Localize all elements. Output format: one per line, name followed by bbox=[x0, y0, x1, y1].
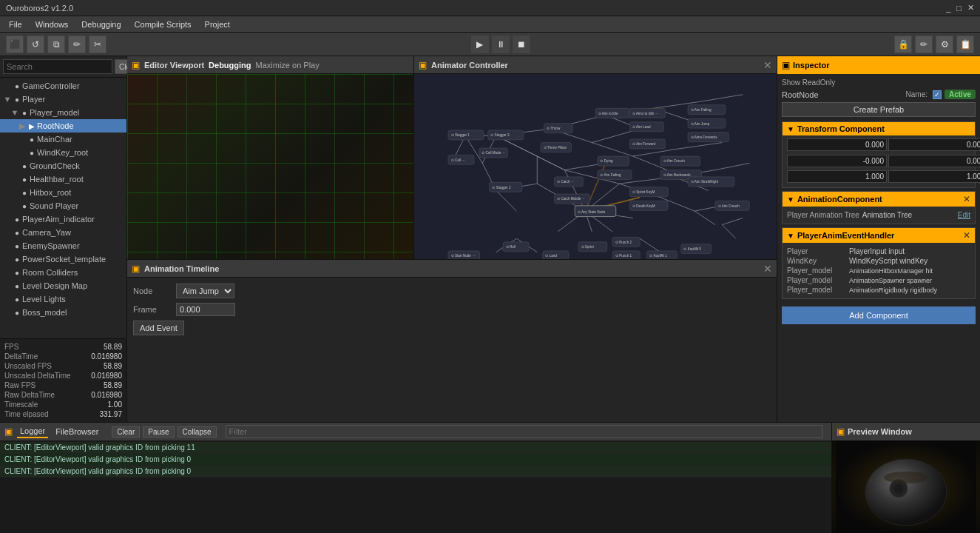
node-icon: ● bbox=[12, 255, 22, 264]
top-center: ▣ Editor Viewport Debugging Maximize on … bbox=[127, 56, 777, 259]
pause-button[interactable]: ⏸ bbox=[492, 36, 510, 53]
viewport-header: ▣ Editor Viewport Debugging Maximize on … bbox=[127, 56, 413, 74]
frame-input[interactable] bbox=[176, 303, 235, 316]
scale-y-input[interactable] bbox=[888, 170, 980, 183]
add-event-button[interactable]: Add Event bbox=[133, 321, 184, 335]
toolbar-btn-5[interactable]: ✂ bbox=[89, 36, 107, 53]
close-button[interactable]: ✕ bbox=[967, 3, 974, 13]
elapsed-label: Time elpased bbox=[4, 410, 49, 418]
viewport-content[interactable] bbox=[127, 74, 413, 259]
event-handler-title: PlayerAnimEventHandler bbox=[797, 231, 894, 240]
hier-item-windkey[interactable]: ● WindKey_root bbox=[0, 146, 126, 159]
hier-item-level-design[interactable]: ● Level Design Map bbox=[0, 279, 126, 292]
search-bar: Clear Name bbox=[0, 56, 126, 78]
hier-item-playeraim[interactable]: ● PlayerAim_indicator bbox=[0, 212, 126, 226]
svg-text:⊙ Aim Falling: ⊙ Aim Falling bbox=[691, 108, 712, 112]
hier-label: Hitbox_root bbox=[30, 188, 71, 197]
pos-x-input[interactable] bbox=[787, 138, 887, 151]
arrow-icon: ▼ bbox=[10, 108, 19, 117]
hier-item-boss-model[interactable]: ● Boss_model bbox=[0, 306, 126, 319]
logger-clear-button[interactable]: Clear bbox=[112, 426, 140, 438]
minimize-button[interactable]: _ bbox=[946, 3, 950, 13]
svg-point-132 bbox=[884, 472, 928, 483]
node-icon: ● bbox=[12, 95, 22, 104]
logger-tab-filebrowser[interactable]: FileBrowser bbox=[53, 426, 101, 438]
add-component-button[interactable]: Add Component bbox=[782, 306, 976, 324]
event-handler-close-icon[interactable]: ✕ bbox=[963, 230, 970, 241]
anim-tree-label: Player Animation Tree bbox=[787, 211, 859, 219]
hier-label: Player bbox=[22, 95, 45, 104]
hier-item-camera-yaw[interactable]: ● Camera_Yaw bbox=[0, 226, 126, 239]
menu-project[interactable]: Project bbox=[199, 19, 236, 30]
node-select[interactable]: Aim Jump bbox=[176, 284, 234, 298]
hier-item-rootnode[interactable]: ▶ ▶ RootNode bbox=[0, 119, 126, 133]
fps-label: FPS bbox=[4, 343, 18, 351]
logger-collapse-button[interactable]: Collapse bbox=[178, 426, 217, 438]
euler-y-input[interactable] bbox=[888, 155, 980, 167]
add-event-row: Add Event bbox=[133, 321, 771, 335]
timeline-title: Animation Timeline bbox=[144, 264, 219, 273]
toolbar: ⬛ ↺ ⧉ ✏ ✂ ▶ ⏸ ⏹ 🔒 ✏ ⚙ 📋 bbox=[0, 33, 980, 56]
hier-item-level-lights[interactable]: ● Level Lights bbox=[0, 292, 126, 306]
create-prefab-button[interactable]: Create Prefab bbox=[782, 102, 976, 117]
toolbar-btn-3[interactable]: ⧉ bbox=[47, 36, 65, 53]
play-button[interactable]: ▶ bbox=[471, 36, 489, 53]
fps-value: 58.89 bbox=[104, 343, 122, 351]
hier-item-room-colliders[interactable]: ● Room Colliders bbox=[0, 266, 126, 279]
clipboard-button[interactable]: 📋 bbox=[956, 36, 974, 53]
settings-button[interactable]: ⚙ bbox=[936, 36, 953, 53]
euler-x-input[interactable] bbox=[787, 155, 887, 167]
menu-windows[interactable]: Windows bbox=[30, 19, 75, 30]
pos-y-input[interactable] bbox=[888, 138, 980, 151]
raw-fps-value: 58.89 bbox=[104, 381, 122, 389]
hier-item-healthbar[interactable]: ● Healthbar_root bbox=[0, 172, 126, 186]
svg-text:⊙ Aim Jump: ⊙ Aim Jump bbox=[691, 122, 710, 126]
menu-file[interactable]: File bbox=[3, 19, 28, 30]
animator-content[interactable]: ⊙ Stagger 1 ⊙ Stagger 2 ⊙ Stagger 3 ⊙ Th… bbox=[414, 74, 777, 259]
toolbar-btn-4[interactable]: ✏ bbox=[68, 36, 86, 53]
hier-item-mainchar[interactable]: ● MainChar bbox=[0, 133, 126, 146]
logger-tab-logger[interactable]: Logger bbox=[17, 425, 48, 438]
hier-item-hitbox[interactable]: ● Hitbox_root bbox=[0, 186, 126, 199]
hier-item-powersocket[interactable]: ● PowerSocket_template bbox=[0, 252, 126, 266]
svg-text:⊙ KopMlt 5: ⊙ KopMlt 5 bbox=[683, 247, 701, 251]
lock-button[interactable]: 🔒 bbox=[894, 36, 912, 53]
hier-label: Player_model bbox=[30, 108, 79, 117]
event-row-2: Player_model AnimationHitboxManager hit bbox=[787, 266, 970, 275]
anim-edit-link[interactable]: Edit bbox=[958, 211, 970, 219]
timeline-icon: ▣ bbox=[132, 264, 140, 274]
toolbar-btn-1[interactable]: ⬛ bbox=[6, 36, 24, 53]
filter-input[interactable] bbox=[226, 425, 822, 438]
anim-comp-close-icon[interactable]: ✕ bbox=[963, 194, 970, 204]
hier-item-gamecontroller[interactable]: ● GameController bbox=[0, 79, 126, 93]
viewport-tab-maximize[interactable]: Maximize on Play bbox=[256, 61, 320, 70]
hier-item-player[interactable]: ▼ ● Player bbox=[0, 93, 126, 106]
menu-debugging[interactable]: Debugging bbox=[75, 19, 126, 30]
hier-label: MainChar bbox=[37, 135, 72, 144]
logger-pause-button[interactable]: Pause bbox=[143, 426, 174, 438]
hier-label: Sound Player bbox=[30, 201, 78, 210]
hier-item-enemyspawner[interactable]: ● EnemySpawner bbox=[0, 239, 126, 252]
active-checkbox[interactable]: ✓ bbox=[933, 90, 942, 99]
preview-header: ▣ Preview Window bbox=[832, 423, 980, 440]
stop-button[interactable]: ⏹ bbox=[513, 36, 530, 53]
scale-x-input[interactable] bbox=[787, 170, 887, 183]
log-entry-0: CLIENT: [EditorViewport] valid graphics … bbox=[0, 442, 831, 454]
hier-label: PowerSocket_template bbox=[22, 255, 106, 264]
hier-item-groundcheck[interactable]: ● GroundCheck bbox=[0, 159, 126, 172]
hier-item-player-model[interactable]: ▼ ● Player_model bbox=[0, 106, 126, 119]
node-icon: ● bbox=[12, 269, 22, 277]
viewport-tab-debugging[interactable]: Debugging bbox=[209, 61, 251, 70]
maximize-button[interactable]: □ bbox=[956, 3, 962, 13]
animator-icon: ▣ bbox=[419, 60, 427, 70]
hier-item-sound[interactable]: ● Sound Player bbox=[0, 199, 126, 212]
inspector-panel: ▣ Inspector Show ReadOnly RootNode Name:… bbox=[777, 56, 980, 422]
search-input[interactable] bbox=[3, 59, 112, 74]
edit-button[interactable]: ✏ bbox=[915, 36, 933, 53]
animator-close-icon[interactable]: ✕ bbox=[763, 59, 772, 71]
viewport-icon: ▣ bbox=[132, 60, 140, 70]
menu-compile[interactable]: Compile Scripts bbox=[129, 19, 197, 30]
toolbar-btn-2[interactable]: ↺ bbox=[27, 36, 44, 53]
timeline-close-icon[interactable]: ✕ bbox=[763, 263, 772, 275]
euler-grid: Euler Angles bbox=[787, 152, 970, 169]
